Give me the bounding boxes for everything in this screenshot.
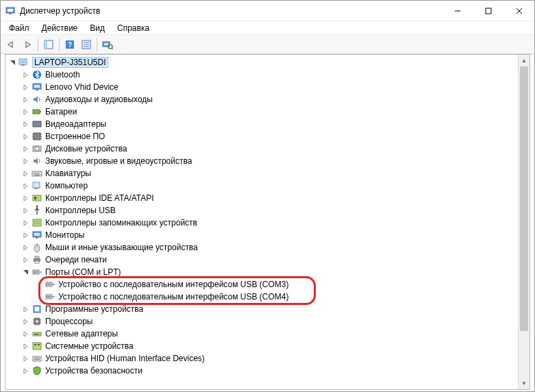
- tree-category[interactable]: Мыши и иные указывающие устройства: [18, 241, 530, 254]
- forward-button[interactable]: [20, 37, 35, 52]
- back-button[interactable]: [3, 37, 18, 52]
- scan-hardware-button[interactable]: [100, 37, 115, 52]
- tree-category[interactable]: Очереди печати: [18, 254, 530, 266]
- svg-rect-43: [34, 175, 40, 176]
- show-hide-tree-button[interactable]: [41, 37, 56, 52]
- tree-category[interactable]: Батареи: [18, 106, 530, 118]
- tree-category[interactable]: Системные устройства: [18, 340, 530, 352]
- tree-category[interactable]: Bluetooth: [18, 69, 530, 81]
- expander-icon[interactable]: [21, 83, 30, 92]
- tree-category[interactable]: Процессоры: [18, 315, 530, 328]
- tree-device[interactable]: Устройство с последовательным интерфейсо…: [32, 278, 530, 291]
- tree-category[interactable]: Lenovo Vhid Device: [18, 81, 530, 93]
- menu-file[interactable]: Файл: [3, 22, 35, 34]
- svg-rect-74: [36, 320, 38, 323]
- expander-icon[interactable]: [21, 243, 30, 252]
- close-button[interactable]: [503, 1, 534, 21]
- svg-rect-49: [33, 219, 41, 222]
- tree-category-label: Порты (COM и LPT): [45, 267, 121, 277]
- tree-root[interactable]: LAPTOP-J351U5DI: [5, 56, 530, 69]
- tree-device[interactable]: Устройство с последовательным интерфейсо…: [32, 291, 530, 303]
- minimize-button[interactable]: [442, 1, 473, 21]
- mouse-icon: [32, 242, 42, 253]
- scroll-up-arrow[interactable]: ▲: [519, 55, 530, 66]
- menu-view[interactable]: Вид: [84, 22, 110, 34]
- tree-category[interactable]: Клавиатуры: [18, 167, 530, 180]
- tree-category-label: Дисковые устройства: [45, 144, 127, 154]
- tree-category-label: Контроллеры IDE ATA/ATAPI: [45, 193, 154, 203]
- menu-help[interactable]: Справка: [112, 22, 155, 34]
- expander-icon[interactable]: [21, 108, 30, 117]
- tree-category[interactable]: Устройства безопасности: [18, 365, 530, 377]
- expander-icon[interactable]: [21, 182, 30, 191]
- help-button[interactable]: ?: [62, 37, 77, 52]
- expander-icon[interactable]: [21, 317, 30, 326]
- expander-icon[interactable]: [21, 95, 30, 104]
- ide-icon: [32, 193, 42, 204]
- expander-icon[interactable]: [21, 157, 30, 166]
- tree-category[interactable]: Контроллеры запоминающих устройств: [18, 217, 530, 229]
- expander-icon[interactable]: [21, 342, 30, 351]
- expander-icon[interactable]: [21, 194, 30, 203]
- tree-category-label: Bluetooth: [45, 70, 80, 79]
- svg-rect-84: [34, 334, 38, 335]
- svg-point-48: [36, 206, 38, 208]
- audio-icon: [32, 94, 42, 105]
- scrollbar-thumb[interactable]: [520, 66, 528, 331]
- tree-category[interactable]: Контроллеры USB: [18, 204, 530, 217]
- tree-category[interactable]: Звуковые, игровые и видеоустройства: [18, 155, 530, 167]
- svg-rect-26: [33, 110, 40, 114]
- tree-category[interactable]: Контроллеры IDE ATA/ATAPI: [18, 192, 530, 204]
- tree-category[interactable]: Устройства HID (Human Interface Devices): [18, 352, 530, 365]
- expander-icon[interactable]: [21, 256, 30, 265]
- tree-category[interactable]: Мониторы: [18, 229, 530, 241]
- tree-category-label: Батареи: [45, 107, 77, 117]
- storage-icon: [32, 217, 42, 228]
- vertical-scrollbar[interactable]: ▲ ▼: [518, 55, 530, 389]
- svg-rect-52: [34, 233, 40, 236]
- tree-category-label: Устройства безопасности: [45, 366, 142, 376]
- expander-icon[interactable]: [21, 145, 30, 154]
- toolbar-separator: [38, 38, 38, 51]
- expander-icon[interactable]: [21, 120, 30, 129]
- device-tree-panel[interactable]: LAPTOP-J351U5DIBluetoothLenovo Vhid Devi…: [5, 54, 530, 390]
- tree-category[interactable]: Встроенное ПО: [18, 130, 530, 143]
- tree-category[interactable]: Компьютер: [18, 180, 530, 192]
- svg-rect-21: [21, 64, 25, 66]
- expander-icon[interactable]: [21, 71, 30, 79]
- svg-rect-47: [34, 197, 36, 199]
- expander-icon[interactable]: [21, 206, 30, 215]
- tree-category[interactable]: Видеоадаптеры: [18, 118, 530, 130]
- expander-icon[interactable]: [21, 305, 30, 314]
- app-icon: [5, 5, 16, 16]
- expander-icon[interactable]: [21, 231, 30, 240]
- window-controls: [442, 1, 534, 21]
- expander-icon[interactable]: [21, 268, 30, 277]
- expander-icon[interactable]: [21, 367, 30, 376]
- firmware-icon: [32, 131, 42, 142]
- tree-category-label: Аудиовходы и аудиовыходы: [45, 95, 153, 104]
- svg-point-66: [49, 284, 51, 285]
- menu-action[interactable]: Действие: [36, 22, 84, 34]
- properties-button[interactable]: [79, 37, 94, 52]
- tree-category[interactable]: Программные устройства: [18, 303, 530, 315]
- expander-icon[interactable]: [21, 169, 30, 178]
- expander-icon[interactable]: [8, 58, 17, 67]
- device-tree: LAPTOP-J351U5DIBluetoothLenovo Vhid Devi…: [5, 55, 530, 378]
- svg-rect-2: [9, 13, 12, 14]
- svg-rect-16: [104, 43, 108, 45]
- svg-point-64: [47, 284, 48, 285]
- tree-category[interactable]: Аудиовходы и аудиовыходы: [18, 93, 530, 106]
- expander-icon[interactable]: [21, 354, 30, 363]
- tree-category[interactable]: Порты (COM и LPT): [18, 266, 530, 278]
- tree-category[interactable]: Дисковые устройства: [18, 143, 530, 155]
- network-icon: [32, 328, 42, 339]
- expander-icon[interactable]: [21, 132, 30, 141]
- tree-category-label: Контроллеры запоминающих устройств: [45, 218, 197, 228]
- scroll-down-arrow[interactable]: ▼: [519, 378, 530, 389]
- maximize-button[interactable]: [473, 1, 503, 21]
- tree-device-label: Устройство с последовательным интерфейсо…: [58, 280, 288, 289]
- tree-category[interactable]: Сетевые адаптеры: [18, 328, 530, 340]
- expander-icon[interactable]: [21, 219, 30, 228]
- expander-icon[interactable]: [21, 330, 30, 339]
